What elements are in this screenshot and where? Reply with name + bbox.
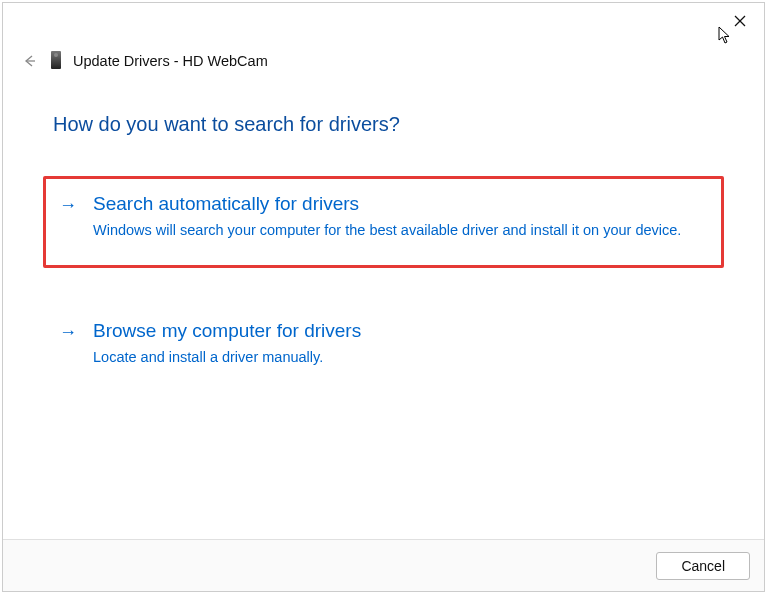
close-icon [734,15,746,27]
option-browse-computer[interactable]: → Browse my computer for drivers Locate … [53,306,714,382]
webcam-device-icon [49,51,63,71]
option-title: Browse my computer for drivers [93,320,704,342]
close-button[interactable] [730,11,750,31]
content-area: How do you want to search for drivers? →… [3,73,764,539]
update-drivers-dialog: Update Drivers - HD WebCam How do you wa… [2,2,765,592]
back-arrow-icon [22,54,36,68]
footer: Cancel [3,539,764,591]
option-description: Windows will search your computer for th… [93,221,704,241]
option-body: Browse my computer for drivers Locate an… [93,320,704,368]
option-description: Locate and install a driver manually. [93,348,704,368]
arrow-right-icon: → [59,195,81,241]
header: Update Drivers - HD WebCam [3,39,764,73]
titlebar [3,3,764,39]
back-button[interactable] [21,53,37,69]
cancel-button[interactable]: Cancel [656,552,750,580]
option-title: Search automatically for drivers [93,193,704,215]
option-body: Search automatically for drivers Windows… [93,193,704,241]
page-heading: How do you want to search for drivers? [53,113,714,136]
spacer [53,268,714,306]
option-search-automatically[interactable]: → Search automatically for drivers Windo… [43,176,724,268]
dialog-title: Update Drivers - HD WebCam [73,53,268,69]
arrow-right-icon: → [59,322,81,368]
